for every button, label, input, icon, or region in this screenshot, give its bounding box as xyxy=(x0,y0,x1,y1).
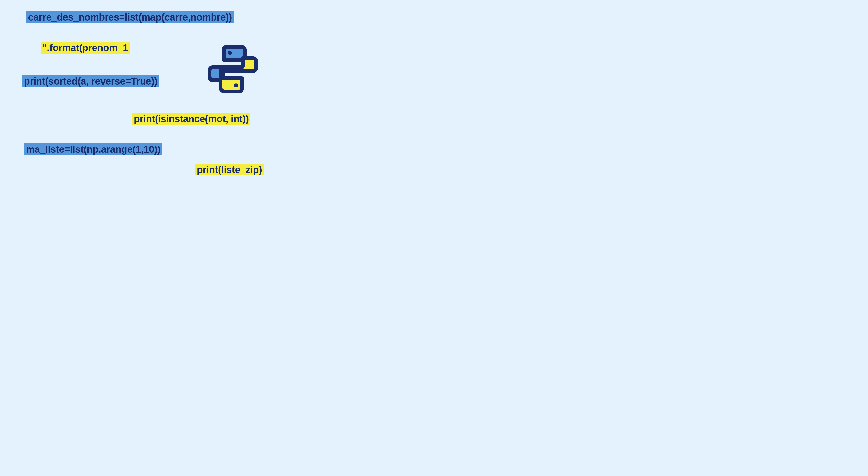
python-logo-icon xyxy=(204,40,262,99)
code-snippet-sorted: print(sorted(a, reverse=True)) xyxy=(22,75,159,87)
code-snippet-isinstance: print(isinstance(mot, int)) xyxy=(132,113,250,125)
svg-point-1 xyxy=(234,83,238,88)
svg-point-0 xyxy=(228,51,232,55)
code-snippet-arange: ma_liste=list(np.arange(1,10)) xyxy=(24,143,162,155)
code-snippet-map: carre_des_nombres=list(map(carre,nombre)… xyxy=(26,11,234,23)
code-snippet-format: ".format(prenom_1 xyxy=(41,42,130,54)
code-snippet-printzip: print(liste_zip) xyxy=(195,164,264,175)
